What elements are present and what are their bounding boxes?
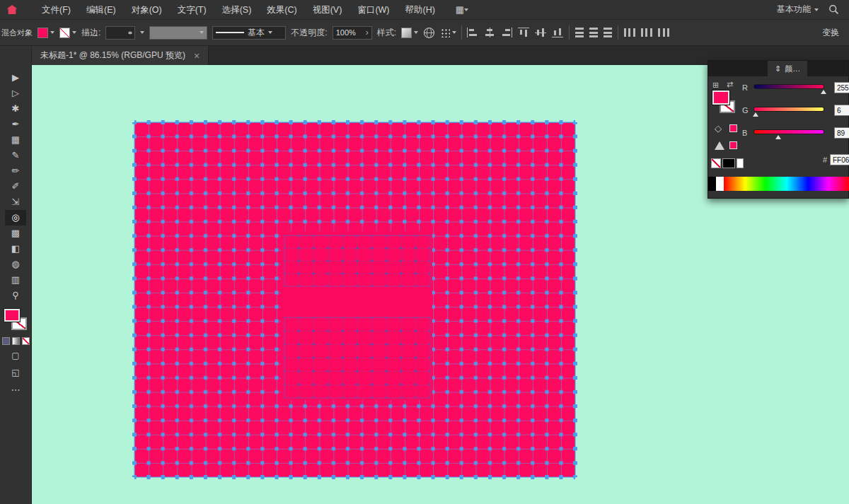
workspace-switcher[interactable]: 基本功能: [777, 4, 819, 16]
transform-link[interactable]: 变换: [822, 27, 849, 39]
menu-item-6[interactable]: 视图(V): [305, 0, 350, 20]
workspace-label: 基本功能: [777, 4, 811, 16]
rectangular-grid-tool[interactable]: ▦: [5, 132, 26, 148]
width-profile-select[interactable]: [149, 26, 207, 40]
red-value-field[interactable]: 255: [834, 82, 849, 93]
stroke-weight-stepper[interactable]: [105, 26, 135, 40]
dist-h-icon[interactable]: [641, 28, 652, 37]
column-graph-tool[interactable]: ▥: [5, 272, 26, 288]
recolor-artwork-icon[interactable]: [423, 27, 435, 39]
blue-value-field[interactable]: 89: [834, 127, 849, 139]
hex-field[interactable]: FF0659: [830, 154, 849, 165]
brush-stroke-preview: [216, 32, 244, 33]
stroke-swatch[interactable]: [59, 28, 70, 38]
blue-slider-thumb[interactable]: [775, 132, 781, 139]
chevron-down-icon: [452, 31, 456, 36]
green-slider-thumb[interactable]: [753, 110, 758, 117]
color-spectrum[interactable]: [708, 177, 849, 191]
inner-grid-top[interactable]: [284, 235, 430, 286]
stroke-color-picker[interactable]: [59, 28, 76, 38]
spectrum-bar[interactable]: [724, 177, 849, 191]
black-spectrum-swatch[interactable]: [708, 177, 716, 191]
menu-item-0[interactable]: 文件(F): [34, 0, 79, 20]
dist-h-icon[interactable]: [624, 28, 635, 37]
out-of-gamut-icon[interactable]: ◇: [715, 123, 722, 134]
gradient-button[interactable]: [12, 337, 20, 345]
al-ch-icon[interactable]: [484, 28, 495, 37]
none-button[interactable]: [22, 337, 30, 345]
brush-definition-select[interactable]: 基本: [212, 26, 286, 40]
arrange-documents[interactable]: ▦: [456, 4, 468, 15]
menu-item-8[interactable]: 帮助(H): [398, 0, 443, 20]
blue-label: B: [742, 129, 747, 137]
dist-v-icon[interactable]: [575, 28, 584, 37]
opacity-value: 100%: [336, 28, 356, 37]
gamut-swatch[interactable]: [729, 124, 737, 132]
chevron-down-icon: [414, 31, 418, 36]
search-icon[interactable]: [828, 4, 839, 15]
pen-tool[interactable]: ✒: [5, 117, 26, 132]
dist-v-icon[interactable]: [589, 28, 598, 37]
al-top-icon[interactable]: [518, 28, 529, 37]
style-swatch[interactable]: [401, 28, 412, 38]
color-panel-header[interactable]: ⇕ 颜…: [708, 61, 848, 76]
brush-name: 基本: [248, 27, 265, 39]
shape-builder-tool[interactable]: ◍: [5, 257, 26, 272]
menu-bar: 文件(F)编辑(E)对象(O)文字(T)选择(S)效果(C)视图(V)窗口(W)…: [0, 0, 849, 20]
out-of-web-warning-icon[interactable]: [715, 141, 724, 150]
swap-fill-stroke-icon[interactable]: ⇄: [727, 80, 733, 89]
red-slider-thumb[interactable]: [821, 87, 826, 94]
al-cv-icon[interactable]: [535, 28, 546, 37]
color-button[interactable]: [2, 337, 10, 345]
style-picker[interactable]: [401, 28, 418, 38]
panel-fill-swatch[interactable]: [712, 90, 729, 105]
color-mode-icon[interactable]: ⊞: [712, 81, 719, 90]
green-slider[interactable]: [753, 107, 824, 112]
fill-stroke-indicator[interactable]: [4, 309, 28, 333]
green-value-field[interactable]: 6: [834, 105, 849, 116]
red-slider[interactable]: [753, 84, 824, 89]
opacity-field[interactable]: 100% ›: [333, 26, 372, 40]
screen-mode-button[interactable]: ◱: [5, 366, 26, 379]
dist-h-icon[interactable]: [658, 28, 669, 37]
mesh-tool[interactable]: ▩: [5, 225, 26, 241]
perspective-grid-menu[interactable]: [440, 28, 456, 37]
menu-item-4[interactable]: 选择(S): [214, 0, 260, 20]
eyedropper-tool[interactable]: ✐: [5, 179, 26, 194]
zoom-tool[interactable]: ⚲: [5, 288, 26, 303]
color-panel-tab[interactable]: ⇕ 颜…: [768, 61, 807, 76]
fill-swatch[interactable]: [37, 28, 48, 38]
dist-v-icon[interactable]: [603, 28, 612, 37]
context-label: 混合对象: [0, 28, 33, 38]
draw-mode-button[interactable]: ▢: [5, 349, 26, 362]
menu-item-7[interactable]: 窗口(W): [350, 0, 397, 20]
gradient-tool[interactable]: ◧: [5, 241, 26, 257]
edit-toolbar-button[interactable]: ⋯: [11, 385, 21, 395]
web-safe-swatch[interactable]: [729, 141, 737, 149]
menu-item-5[interactable]: 效果(C): [259, 0, 304, 20]
magic-wand-tool[interactable]: ✱: [5, 101, 26, 117]
blue-slider[interactable]: [753, 129, 824, 134]
fill-color-picker[interactable]: [37, 28, 54, 38]
paintbrush-tool[interactable]: ✎: [5, 148, 26, 163]
collapse-icon[interactable]: ⇕: [775, 64, 781, 74]
chevron-down-icon[interactable]: [140, 31, 144, 36]
close-icon[interactable]: ×: [194, 50, 200, 61]
inner-grid-bottom[interactable]: [284, 317, 430, 398]
document-tab[interactable]: 未标题-1* @ 86.15% (RGB/GPU 预览) ×: [32, 46, 209, 65]
al-bottom-icon[interactable]: [552, 28, 563, 37]
pencil-tool[interactable]: ✏: [5, 163, 26, 179]
selection-tool[interactable]: ▶: [5, 70, 26, 86]
menu-item-2[interactable]: 对象(O): [124, 0, 170, 20]
stepper-down-icon[interactable]: [128, 32, 132, 37]
menu-item-1[interactable]: 编辑(E): [79, 0, 124, 20]
blend-tool[interactable]: ◎: [5, 210, 26, 225]
menu-item-3[interactable]: 文字(T): [170, 0, 214, 20]
free-transform-tool[interactable]: ⇲: [5, 194, 26, 210]
white-spectrum-swatch[interactable]: [716, 177, 724, 191]
al-right-icon[interactable]: [501, 28, 512, 37]
fill-indicator[interactable]: [4, 309, 20, 322]
al-left-icon[interactable]: [467, 28, 478, 37]
home-button[interactable]: [0, 5, 24, 14]
direct-selection-tool[interactable]: ▷: [5, 86, 26, 101]
